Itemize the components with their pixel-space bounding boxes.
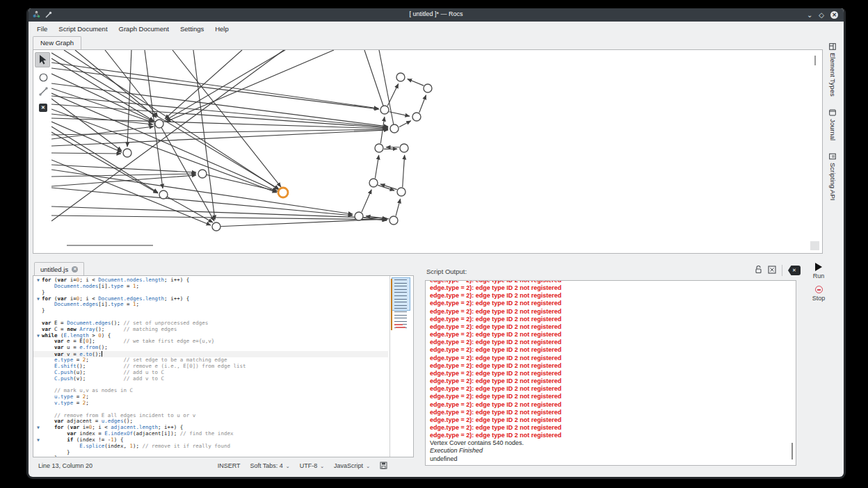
graph-node[interactable] (389, 216, 398, 225)
menu-item-file[interactable]: File (31, 23, 53, 35)
side-tab-element-types[interactable]: Element Types (829, 42, 837, 98)
graph-canvas[interactable]: ✕ (33, 49, 823, 254)
graph-node[interactable] (123, 149, 131, 157)
stop-button-label[interactable]: Stop (806, 295, 831, 302)
graph-edge[interactable] (51, 96, 388, 127)
graph-edge[interactable] (387, 84, 399, 106)
graph-node[interactable] (412, 113, 421, 121)
graph-edge[interactable] (389, 112, 410, 116)
graph-edge[interactable] (51, 174, 196, 177)
code-line[interactable]: Document.edges[i].type = 1; (33, 302, 388, 308)
graph-edge[interactable] (399, 121, 411, 127)
graph-edge[interactable] (51, 215, 387, 220)
save-icon[interactable] (380, 462, 387, 471)
graph-node[interactable] (424, 84, 432, 92)
select-tool-button[interactable] (35, 52, 50, 67)
editor-minimap[interactable] (389, 276, 413, 457)
graph-node[interactable] (369, 179, 378, 187)
stop-icon[interactable] (815, 286, 823, 293)
tab-untitled-js[interactable]: untitled.js ✕ (34, 262, 84, 275)
graph-edge[interactable] (51, 53, 279, 189)
code-line[interactable]: } (33, 455, 388, 457)
fold-marker-icon[interactable]: ▼ (35, 333, 42, 339)
graph-node[interactable] (397, 188, 405, 196)
clear-output-icon[interactable]: ✕ (788, 266, 801, 275)
graph-edge[interactable] (51, 153, 121, 154)
tab-width-selector[interactable]: Soft Tabs: 4⌄ (250, 462, 289, 469)
graph-node[interactable] (375, 144, 383, 152)
graph-edge[interactable] (51, 132, 158, 193)
graph-node-highlighted[interactable] (278, 188, 288, 197)
add-node-tool-button[interactable] (39, 72, 48, 85)
menu-item-script-document[interactable]: Script Document (53, 23, 113, 35)
code-line[interactable]: Document.nodes[i].type = 1; (33, 284, 388, 290)
graph-edge[interactable] (166, 50, 285, 120)
fold-marker-icon[interactable]: ▼ (35, 296, 42, 302)
graph-node[interactable] (198, 170, 207, 178)
graph-edge[interactable] (396, 199, 401, 216)
graph-edge[interactable] (375, 155, 378, 178)
run-button-label[interactable]: Run (806, 273, 831, 279)
code-area[interactable]: ▼for (var i=0; i < Document.nodes.length… (33, 277, 388, 457)
maximize-button[interactable]: ◇ (819, 10, 824, 20)
graph-edge[interactable] (165, 50, 242, 119)
encoding-selector[interactable]: UTF-8⌄ (300, 462, 324, 469)
lock-icon[interactable] (755, 264, 762, 277)
tab-close-icon[interactable]: ✕ (72, 266, 78, 273)
graph-edge[interactable] (379, 50, 394, 129)
code-line[interactable]: var u = e.from(); (33, 345, 388, 351)
canvas-horizontal-scrollbar[interactable] (67, 245, 153, 246)
graph-node[interactable] (159, 190, 168, 199)
language-selector[interactable]: JavaScript⌄ (334, 462, 370, 469)
graph-node[interactable] (400, 144, 408, 152)
code-editor[interactable]: ▼for (var i=0; i < Document.nodes.length… (33, 275, 414, 457)
graph-edge[interactable] (105, 50, 158, 117)
menu-item-help[interactable]: Help (209, 23, 234, 35)
graph-edge[interactable] (51, 63, 378, 108)
code-line[interactable]: v.type = 2; (33, 400, 388, 407)
graph-edge[interactable] (193, 50, 215, 220)
code-line[interactable]: E.splice(index, 1); // remove it if real… (33, 444, 388, 450)
delete-tool-button[interactable]: ✕ (39, 104, 47, 112)
graph-edge[interactable] (362, 190, 371, 212)
menu-item-graph-document[interactable]: Graph Document (113, 23, 175, 35)
graph-edge[interactable] (172, 50, 281, 187)
script-output-panel[interactable]: edge.type = 2): edge type ID 2 not regis… (425, 280, 796, 466)
fold-marker-icon[interactable]: ▼ (35, 437, 42, 444)
menu-item-settings[interactable]: Settings (175, 23, 209, 35)
canvas-vertical-scrollbar[interactable] (814, 56, 816, 65)
close-button[interactable]: ✕ (830, 11, 838, 19)
graph-edge[interactable] (51, 175, 196, 186)
code-line[interactable]: C.push(v); // add v to C (33, 376, 388, 382)
graph-node[interactable] (212, 222, 220, 231)
pointer-icon (35, 53, 49, 67)
add-edge-tool-button[interactable] (38, 86, 49, 99)
run-icon[interactable] (815, 263, 822, 271)
code-line[interactable]: } (33, 450, 388, 456)
export-icon[interactable] (768, 264, 776, 277)
output-scrollbar[interactable] (791, 443, 793, 459)
graph-edge[interactable] (364, 50, 385, 110)
side-tab-journal[interactable]: Journal (829, 108, 837, 142)
graph-node[interactable] (380, 106, 389, 114)
fold-marker-icon[interactable]: ▼ (35, 425, 42, 431)
insert-mode-button[interactable]: INSERT (218, 462, 241, 469)
graph-node[interactable] (355, 212, 363, 220)
editor-tab-label: untitled.js (40, 266, 68, 273)
graph-edge[interactable] (202, 174, 278, 191)
graph-edge[interactable] (51, 104, 388, 128)
minimize-button[interactable]: ⌄ (807, 10, 812, 20)
graph-node[interactable] (390, 124, 399, 133)
tab-new-graph[interactable]: New Graph (33, 36, 81, 49)
graph-node[interactable] (396, 73, 405, 81)
graph-node[interactable] (155, 120, 163, 128)
code-line[interactable]: } (33, 308, 388, 314)
graph-edge[interactable] (403, 155, 405, 187)
graph-edge[interactable] (419, 95, 426, 113)
fold-marker-icon[interactable]: ▼ (35, 277, 42, 284)
graph-edge[interactable] (51, 122, 122, 152)
minimap-modified-bar (391, 279, 392, 330)
graph-edge[interactable] (408, 79, 424, 86)
title-bar[interactable]: [ untitled ]* — Rocs ⌄ ◇ ✕ (29, 8, 844, 22)
side-tab-scripting-api[interactable]: Scripting API (829, 152, 837, 202)
